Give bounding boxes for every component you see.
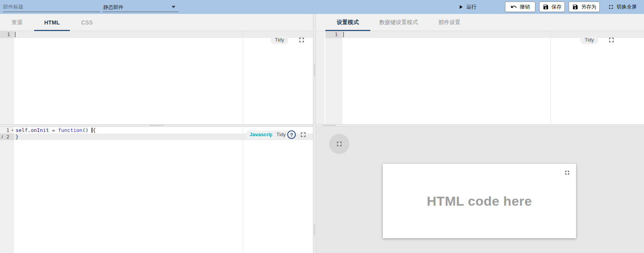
fullscreen-icon: [608, 36, 615, 44]
html-editor-fullscreen-button[interactable]: [297, 36, 306, 44]
tab-datakey-settings-mode-label: 数据键设置模式: [379, 19, 418, 26]
text-cursor: [343, 32, 344, 37]
splitter-grip: [149, 125, 163, 126]
topbar: 静态部件 运行 撤销 保存 另存为 切换全屏: [0, 0, 644, 14]
right-pane-rail: [316, 31, 325, 124]
code-token: self.onInit: [16, 127, 49, 133]
active-line-highlight: [14, 31, 313, 38]
active-line-highlight: [342, 31, 644, 38]
tab-html[interactable]: HTML: [34, 14, 70, 31]
widget-type-value: 静态部件: [103, 4, 123, 11]
tab-settings-mode[interactable]: 设置模式: [325, 14, 370, 31]
save-as-button-label: 另存为: [581, 3, 596, 10]
splitter-grip: [314, 64, 315, 76]
splitter-grip: [314, 224, 315, 235]
right-tabbar: 设置模式 数据键设置模式 部件设置: [316, 14, 644, 31]
print-margin-line: [550, 31, 551, 124]
widget-title-field: [3, 2, 100, 12]
settings-tidy-button[interactable]: Tidy: [580, 36, 598, 44]
text-cursor: [92, 128, 92, 133]
js-code-line-1: self.onInit = function() {: [16, 127, 96, 133]
play-icon: [458, 4, 464, 10]
toggle-fullscreen-label: 切换全屏: [617, 3, 637, 10]
save-as-button[interactable]: 另存为: [569, 2, 600, 12]
info-annotation-icon: i: [1, 133, 3, 140]
undo-button[interactable]: 撤销: [505, 2, 535, 12]
js-code-editor[interactable]: 1 ▾ i 2 self.onInit = function() { } Jav…: [0, 127, 313, 253]
undo-icon: [510, 3, 517, 10]
save-button[interactable]: 保存: [539, 2, 565, 12]
preview-fullscreen-button[interactable]: [329, 134, 349, 154]
tab-widget-settings[interactable]: 部件设置: [427, 14, 472, 31]
chevron-down-icon: [172, 6, 175, 8]
line-number: 2: [6, 133, 9, 140]
save-button-label: 保存: [552, 3, 562, 10]
text-cursor: [15, 32, 16, 37]
fullscreen-icon: [299, 131, 307, 139]
run-button[interactable]: 运行: [455, 2, 479, 12]
widget-preview-text: HTML code here: [383, 164, 576, 238]
widget-type-select[interactable]: 静态部件: [102, 2, 179, 12]
tab-resources[interactable]: 资源: [0, 14, 34, 31]
fullscreen-icon: [608, 4, 614, 10]
js-code-line-2: }: [16, 133, 19, 140]
tab-resources-label: 资源: [12, 19, 23, 26]
tab-datakey-settings-mode[interactable]: 数据键设置模式: [370, 14, 427, 31]
js-editor-gutter: 1 ▾ i 2: [0, 127, 14, 253]
html-code-editor[interactable]: 1 Tidy: [0, 31, 313, 124]
print-margin-line: [243, 31, 243, 124]
gutter-row: 1 ▾: [0, 127, 14, 133]
left-horizontal-splitter[interactable]: [0, 124, 313, 127]
tab-css-label: CSS: [81, 19, 93, 26]
html-editor-gutter: 1: [0, 31, 14, 124]
tab-html-label: HTML: [44, 19, 60, 26]
code-token: }: [16, 134, 19, 140]
splitter-grip: [322, 125, 336, 126]
settings-code-editor[interactable]: 1 Tidy: [325, 31, 644, 124]
run-button-label: 运行: [467, 3, 477, 10]
toggle-fullscreen-button[interactable]: 切换全屏: [603, 2, 642, 12]
code-token: function: [58, 127, 83, 133]
print-margin-line: [243, 127, 243, 253]
settings-editor-gutter: 1: [325, 31, 342, 124]
tab-css[interactable]: CSS: [70, 14, 104, 31]
js-editor-fullscreen-button[interactable]: [299, 130, 307, 139]
line-number: 1: [325, 31, 342, 38]
widget-preview-area: HTML code here: [316, 127, 644, 253]
tab-settings-mode-label: 设置模式: [337, 19, 359, 26]
line-number: 1: [6, 127, 9, 133]
right-horizontal-splitter[interactable]: [316, 124, 644, 127]
undo-button-label: 撤销: [520, 3, 530, 10]
widget-preview-card: HTML code here: [383, 164, 576, 238]
code-token: =: [49, 127, 58, 133]
html-tidy-button[interactable]: Tidy: [271, 36, 288, 44]
save-icon: [543, 4, 549, 10]
help-icon[interactable]: ?: [287, 130, 296, 139]
line-number: 1: [0, 31, 14, 38]
code-fold-caret-icon[interactable]: ▾: [11, 127, 14, 133]
vertical-splitter[interactable]: [313, 14, 316, 253]
left-tabbar: 资源 HTML CSS: [0, 14, 313, 31]
code-token: {: [93, 127, 96, 133]
widget-title-input[interactable]: [3, 2, 100, 12]
fullscreen-icon: [335, 140, 343, 148]
fullscreen-icon: [298, 36, 306, 44]
gutter-row: i 2: [0, 133, 14, 140]
settings-editor-fullscreen-button[interactable]: [607, 36, 616, 44]
widget-editor-screen: 静态部件 运行 撤销 保存 另存为 切换全屏 资源 HTML: [0, 0, 644, 253]
code-token: (): [82, 127, 91, 133]
save-icon: [572, 4, 578, 10]
tab-widget-settings-label: 部件设置: [438, 19, 460, 26]
